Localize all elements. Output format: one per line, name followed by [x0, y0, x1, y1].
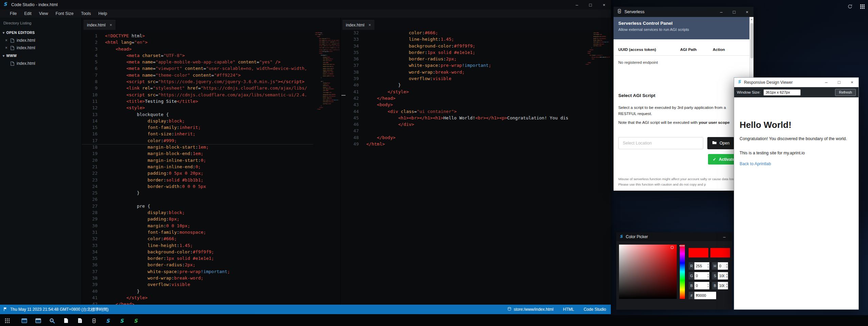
- stepper-arrows-icon[interactable]: ▴▾: [708, 273, 709, 278]
- menu-edit[interactable]: Edit: [20, 11, 35, 16]
- panel-title: Serverless Control Panel: [618, 21, 749, 26]
- menu-font-size[interactable]: Font Size: [52, 11, 77, 16]
- color-picker-titlebar[interactable]: S Color Picker –: [616, 232, 732, 241]
- page-paragraph-2: This is a testing site for my.aprint.io: [740, 151, 850, 155]
- open-button[interactable]: Open: [707, 137, 734, 149]
- minimize-icon[interactable]: –: [720, 234, 729, 239]
- status-language[interactable]: HTML: [563, 307, 574, 312]
- remote-flag-icon[interactable]: [3, 307, 7, 312]
- window-size-input[interactable]: [763, 89, 801, 96]
- minimap[interactable]: <!DOCTYPE html><html lang="en"> <head> <…: [315, 32, 339, 111]
- window-controls: – □ ×: [715, 7, 754, 17]
- page-heading: Hello World!: [740, 120, 853, 130]
- location-input[interactable]: [618, 137, 703, 149]
- close-icon[interactable]: ×: [741, 9, 754, 15]
- minimize-icon[interactable]: –: [715, 9, 728, 15]
- back-link[interactable]: Back to Aprintlab: [740, 161, 771, 166]
- window-controls: – □ ×: [570, 0, 611, 9]
- taskbar-app-window-app-2[interactable]: [34, 317, 42, 325]
- maximize-icon[interactable]: □: [833, 80, 846, 85]
- close-icon[interactable]: ×: [597, 2, 611, 7]
- taskbar: 0SSS: [0, 315, 868, 326]
- editor-tab-index-html[interactable]: index.html ×: [342, 20, 374, 30]
- page-paragraph-1: Congratulation! You discovered the bound…: [740, 136, 850, 142]
- column-header-uuid-access-token-: UUID (access token): [614, 47, 680, 52]
- code-editor-left[interactable]: 1234567891011121314151617181920212223242…: [82, 30, 340, 305]
- editor-tab-bar-left: index.html ×: [82, 18, 340, 30]
- editor-tab-index-html[interactable]: index.html ×: [84, 20, 116, 30]
- status-file-path-item[interactable]: store:/www/index.html: [508, 307, 553, 312]
- sidebar-file-item[interactable]: ×index.html: [0, 37, 82, 44]
- scope-note: Note that the AGI script will be execute…: [618, 119, 737, 126]
- menu-file[interactable]: File: [6, 11, 20, 16]
- desktop-top-icons: [846, 3, 866, 10]
- window-title: Color Picker: [626, 234, 648, 239]
- hue-slider[interactable]: [680, 245, 685, 299]
- status-app-name[interactable]: Code Studio: [584, 307, 606, 312]
- serverless-titlebar[interactable]: 0 Serverless – □ ×: [614, 7, 754, 17]
- sidebar-file-item[interactable]: ×index.html: [0, 44, 82, 52]
- taskbar-app-search[interactable]: [48, 317, 56, 325]
- svg-text:S: S: [134, 318, 138, 324]
- stepper-arrows-icon[interactable]: ▴▾: [726, 283, 727, 288]
- minimize-icon[interactable]: –: [820, 80, 833, 85]
- sidebar-section-www[interactable]: ▾WWW: [0, 52, 82, 60]
- taskbar-app-text-file[interactable]: [76, 317, 84, 325]
- taskbar-app-window-app-1[interactable]: [20, 317, 28, 325]
- close-file-icon[interactable]: ×: [4, 45, 8, 50]
- rgb-r-input[interactable]: [694, 262, 709, 270]
- svg-text:S: S: [3, 2, 7, 7]
- start-button[interactable]: [3, 317, 11, 325]
- taskbar-app-code-studio-blue[interactable]: S: [104, 317, 112, 325]
- stepper-arrows-icon[interactable]: ▴▾: [726, 273, 727, 278]
- menu-help[interactable]: Help: [95, 11, 111, 16]
- rgb-g-input[interactable]: [694, 272, 709, 280]
- stepper-arrows-icon[interactable]: ▴▾: [726, 263, 727, 268]
- sidebar: Directory Listing ▾OPEN EDITORS×index.ht…: [0, 18, 82, 305]
- code-editor-right[interactable]: 323334353637383940414243444546474849 col…: [341, 30, 611, 305]
- status-file-path: store:/www/index.html: [514, 307, 553, 312]
- menu-view[interactable]: View: [35, 11, 52, 16]
- stepper-arrows-icon[interactable]: ▴▾: [708, 263, 709, 268]
- new-color-swatch: [710, 248, 730, 257]
- label-b: B: [689, 282, 694, 289]
- taskbar-app-serverless[interactable]: 0: [90, 317, 98, 325]
- window-size-label: Window Size:: [737, 90, 761, 94]
- taskbar-app-code-studio-teal[interactable]: S: [118, 317, 126, 325]
- color-field-row: B▴▾B▴▾: [689, 282, 731, 289]
- responsive-viewer-titlebar[interactable]: S Responsive Design Viewer – □ ×: [734, 78, 858, 87]
- saturation-cursor[interactable]: [671, 246, 674, 249]
- close-tab-icon[interactable]: ×: [369, 23, 371, 27]
- code-content[interactable]: color:#666; line-height:1.45; background…: [364, 30, 611, 305]
- current-color-swatch: [689, 248, 708, 257]
- hex-input[interactable]: [694, 292, 716, 299]
- saturation-square[interactable]: [619, 245, 677, 299]
- close-file-icon[interactable]: ×: [4, 38, 8, 43]
- maximize-icon[interactable]: □: [728, 9, 741, 15]
- svg-text:S: S: [106, 318, 110, 324]
- code-studio-logo-icon: S: [3, 2, 8, 8]
- taskbar-app-code-studio-green[interactable]: S: [131, 317, 140, 325]
- close-tab-icon[interactable]: ×: [110, 23, 112, 27]
- close-icon[interactable]: ×: [846, 80, 858, 85]
- minimap[interactable]: color:#666; line-height:1.45; background…: [585, 32, 610, 66]
- menu-tools[interactable]: Tools: [77, 11, 94, 16]
- refresh-button[interactable]: Refresh: [835, 89, 856, 96]
- hue-cursor[interactable]: [679, 245, 685, 246]
- sidebar-file-item[interactable]: index.html: [0, 60, 82, 67]
- code-studio-titlebar[interactable]: S Code Studio - index.html – □ ×: [0, 0, 611, 9]
- scroll-up-icon[interactable]: ▲: [750, 17, 754, 20]
- scrollbar-thumb[interactable]: [750, 23, 753, 58]
- taskbar-app-file-manager[interactable]: [62, 317, 70, 325]
- maximize-icon[interactable]: □: [584, 2, 597, 7]
- refresh-icon[interactable]: [846, 3, 854, 10]
- sidebar-section-open-editors[interactable]: ▾OPEN EDITORS: [0, 28, 82, 37]
- serverless-content: UUID (access token)AGI PathAction No reg…: [614, 39, 754, 191]
- minimize-icon[interactable]: –: [570, 2, 584, 7]
- apps-grid-icon[interactable]: [858, 3, 866, 10]
- column-header-action: Action: [713, 47, 737, 52]
- stepper-arrows-icon[interactable]: ▴▾: [708, 283, 709, 288]
- misuse-warning: Misuse of serverless function might affe…: [618, 176, 738, 187]
- code-content[interactable]: <!DOCTYPE html><html lang="en"> <head> <…: [102, 30, 340, 305]
- rgb-b-input[interactable]: [694, 282, 709, 289]
